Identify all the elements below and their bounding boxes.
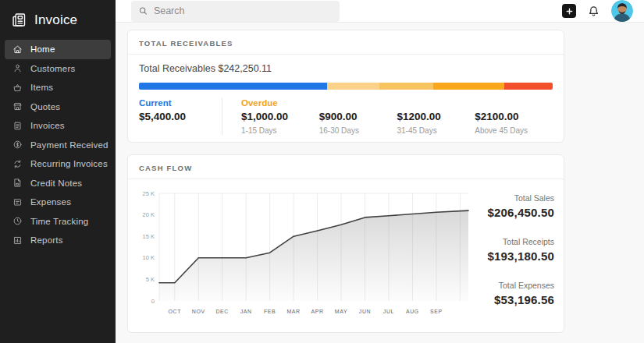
card-header: TOTAL RECEIVABLES — [128, 30, 564, 55]
svg-text:JUL: JUL — [383, 309, 394, 314]
svg-text:15 K: 15 K — [143, 233, 155, 240]
notifications-button[interactable] — [587, 5, 600, 18]
stat-overdue-31-45: $1200.00 31-45 Days — [397, 98, 475, 135]
aging-stats-row: Current $5,400.00 Overdue $1,000.00 1-15… — [139, 98, 553, 135]
dashboard-content: TOTAL RECEIVABLES Total Receivables $242… — [116, 23, 644, 343]
svg-text:JAN: JAN — [240, 309, 252, 314]
search-box[interactable] — [131, 1, 340, 22]
svg-text:20 K: 20 K — [143, 211, 155, 218]
app-window: Invoice Home Customers Items — [0, 0, 644, 343]
quick-add-button[interactable] — [562, 4, 576, 18]
sidebar-item-label: Time Tracking — [30, 217, 88, 226]
app-logo[interactable]: Invoice — [0, 0, 116, 38]
stat-label: Overdue — [241, 98, 319, 111]
search-icon — [138, 5, 148, 16]
customers-icon — [12, 63, 23, 73]
sidebar-item-label: Credit Notes — [30, 179, 82, 188]
total-receipts: Total Receipts $193,180.50 — [473, 237, 554, 263]
svg-text:MAY: MAY — [335, 309, 347, 314]
sidebar-item-label: Reports — [30, 235, 63, 245]
receivables-total-amount: $242,250.11 — [218, 63, 272, 74]
stat-current: Current $5,400.00 — [139, 98, 222, 135]
credit-note-icon — [12, 178, 23, 188]
aging-bar-segment — [139, 83, 327, 90]
invoice-doc-icon — [12, 121, 23, 131]
stat-amount: $5,400.00 — [139, 111, 222, 125]
basket-icon — [12, 83, 23, 93]
stat-overdue-above-45: $2100.00 Above 45 Days — [475, 98, 553, 135]
plus-icon — [565, 7, 574, 16]
topbar-actions — [562, 0, 633, 22]
coin-icon — [12, 140, 23, 150]
stat-sublabel: 31-45 Days — [397, 126, 475, 135]
total-amount: $206,450.50 — [473, 206, 554, 219]
svg-text:AUG: AUG — [406, 309, 419, 314]
storefront-icon — [12, 101, 23, 111]
user-avatar[interactable] — [611, 0, 633, 22]
invoice-logo-icon — [11, 12, 27, 28]
bell-icon — [587, 5, 600, 18]
sidebar-item-label: Invoices — [30, 121, 65, 130]
stat-sublabel: Above 45 Days — [475, 126, 553, 135]
sidebar-item-recurring-invoices[interactable]: Recurring Invoices — [5, 154, 111, 174]
svg-text:OCT: OCT — [169, 309, 182, 314]
sidebar-item-label: Home — [30, 44, 55, 54]
bar-chart-icon — [12, 235, 23, 246]
app-title: Invoice — [34, 12, 77, 28]
sidebar-item-quotes[interactable]: Quotes — [5, 97, 111, 117]
total-label: Total Sales — [473, 193, 554, 203]
svg-text:0: 0 — [151, 298, 155, 305]
search-input[interactable] — [154, 5, 333, 16]
top-bar — [116, 0, 644, 23]
recurring-icon — [12, 159, 23, 169]
sidebar-item-label: Expenses — [30, 197, 71, 207]
sidebar-item-invoices[interactable]: Invoices — [5, 116, 111, 136]
sidebar-item-credit-notes[interactable]: Credit Notes — [5, 174, 111, 193]
cash-flow-chart[interactable]: 25 K20 K15 K10 K5 K0OCTNOVDECJANFEBMARAP… — [136, 187, 473, 327]
total-sales: Total Sales $206,450.50 — [473, 193, 554, 219]
sidebar-item-expenses[interactable]: Expenses — [5, 193, 111, 212]
clock-icon — [12, 216, 23, 226]
avatar-image — [611, 0, 633, 22]
sidebar-item-label: Items — [30, 83, 53, 92]
sidebar-item-time-tracking[interactable]: Time Tracking — [5, 212, 111, 232]
aging-bar-segment — [327, 83, 379, 90]
stat-sublabel: 16-30 Days — [319, 126, 397, 135]
svg-text:NOV: NOV — [192, 309, 205, 314]
stat-label — [397, 98, 475, 111]
total-amount: $193,180.50 — [473, 249, 554, 263]
stat-amount: $1,000.00 — [241, 111, 319, 125]
sidebar-item-home[interactable]: Home — [5, 40, 111, 59]
aging-bar-segment — [379, 83, 433, 90]
svg-text:25 K: 25 K — [143, 190, 155, 197]
sidebar-item-items[interactable]: Items — [5, 78, 111, 97]
sidebar-item-payment-received[interactable]: Payment Received — [5, 136, 111, 155]
receivables-summary: Total Receivables $242,250.11 — [139, 63, 553, 74]
stat-label — [475, 98, 553, 111]
sidebar-item-reports[interactable]: Reports — [5, 231, 111, 250]
sidebar-nav: Home Customers Items Quotes — [0, 38, 116, 252]
expenses-icon — [12, 197, 23, 207]
svg-text:10 K: 10 K — [143, 254, 155, 261]
sidebar-item-label: Quotes — [30, 102, 60, 111]
stat-sublabel: 1-15 Days — [241, 126, 319, 135]
sidebar-item-label: Customers — [30, 64, 75, 73]
card-title: CASH FLOW — [139, 164, 192, 172]
stat-label: Current — [139, 98, 222, 111]
stat-amount: $2100.00 — [475, 111, 553, 125]
svg-text:FEB: FEB — [264, 309, 276, 314]
svg-text:SEP: SEP — [430, 309, 443, 314]
svg-text:APR: APR — [311, 309, 323, 314]
svg-text:DEC: DEC — [215, 309, 229, 314]
aging-bar[interactable] — [139, 83, 553, 90]
stat-label — [319, 98, 397, 111]
sidebar-item-customers[interactable]: Customers — [5, 59, 111, 79]
total-expenses: Total Expenses $53,196.56 — [473, 281, 554, 306]
total-amount: $53,196.56 — [473, 293, 554, 306]
svg-text:JUN: JUN — [359, 309, 371, 314]
aging-bar-segment — [433, 83, 504, 90]
cash-flow-card: CASH FLOW 25 K20 K15 K10 K5 K0OCTNOVDECJ… — [127, 154, 564, 333]
total-label: Total Receipts — [473, 237, 554, 246]
home-icon — [12, 44, 23, 55]
svg-text:MAR: MAR — [286, 309, 300, 314]
